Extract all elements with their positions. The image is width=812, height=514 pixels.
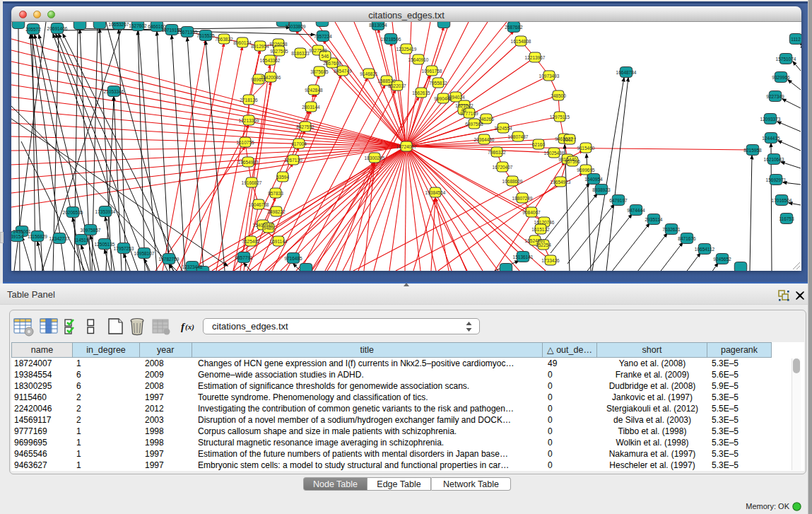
svg-text:17016504: 17016504 xyxy=(772,198,792,203)
svg-text:8427552: 8427552 xyxy=(296,124,314,129)
svg-text:7663822: 7663822 xyxy=(215,37,233,42)
svg-text:3624554: 3624554 xyxy=(494,126,512,131)
svg-text:20364436: 20364436 xyxy=(474,137,495,142)
svg-text:252254: 252254 xyxy=(536,243,551,247)
svg-text:3875685: 3875685 xyxy=(310,69,329,74)
svg-text:19166827: 19166827 xyxy=(242,180,262,185)
svg-text:10807487: 10807487 xyxy=(508,134,529,139)
svg-text:9489: 9489 xyxy=(264,226,274,230)
svg-text:2718126: 2718126 xyxy=(240,98,258,103)
svg-text:15692971: 15692971 xyxy=(766,177,787,182)
svg-text:16648784: 16648784 xyxy=(616,70,637,75)
svg-text:10958107: 10958107 xyxy=(134,251,155,256)
svg-text:7955812: 7955812 xyxy=(429,81,447,86)
svg-text:9716485: 9716485 xyxy=(284,256,302,261)
svg-text:8471676: 8471676 xyxy=(678,236,696,241)
svg-text:1610755: 1610755 xyxy=(236,140,254,145)
svg-text:9084067: 9084067 xyxy=(522,210,541,215)
svg-text:39154: 39154 xyxy=(11,234,23,239)
svg-text:16033809: 16033809 xyxy=(286,24,306,29)
svg-text:12213967: 12213967 xyxy=(525,55,546,60)
svg-text:2935114: 2935114 xyxy=(645,217,663,222)
svg-text:20691406: 20691406 xyxy=(47,26,68,31)
svg-text:748500: 748500 xyxy=(551,93,566,98)
svg-text:1112: 1112 xyxy=(791,37,801,42)
svg-text:1244415: 1244415 xyxy=(762,136,780,141)
svg-text:8912954: 8912954 xyxy=(251,44,269,49)
svg-text:19654923: 19654923 xyxy=(551,180,571,185)
svg-text:7515525: 7515525 xyxy=(196,33,215,38)
svg-text:10654112: 10654112 xyxy=(695,247,715,252)
svg-text:12505135: 12505135 xyxy=(95,242,115,247)
svg-text:746266: 746266 xyxy=(478,117,494,122)
svg-text:10653267: 10653267 xyxy=(109,22,129,27)
svg-text:19218596: 19218596 xyxy=(381,37,401,42)
svg-text:16210643: 16210643 xyxy=(764,157,784,162)
svg-text:16782759: 16782759 xyxy=(159,257,180,262)
svg-text:17353934: 17353934 xyxy=(95,209,116,214)
svg-text:12323448: 12323448 xyxy=(182,264,203,269)
svg-text:12325419: 12325419 xyxy=(396,47,417,52)
svg-text:9327508: 9327508 xyxy=(309,48,327,53)
svg-text:16120746: 16120746 xyxy=(534,220,555,225)
svg-text:19654983: 19654983 xyxy=(238,160,259,165)
svg-text:15640910: 15640910 xyxy=(408,57,429,62)
svg-text:546: 546 xyxy=(322,54,329,59)
svg-text:9245652: 9245652 xyxy=(713,257,731,262)
svg-text:6497568: 6497568 xyxy=(465,122,483,127)
svg-text:12975115: 12975115 xyxy=(550,115,570,119)
svg-text:10973493: 10973493 xyxy=(539,74,560,78)
svg-text:9327505: 9327505 xyxy=(270,49,288,54)
svg-text:17957253: 17957253 xyxy=(114,246,134,251)
svg-text:8813054: 8813054 xyxy=(369,23,387,28)
svg-text:53627: 53627 xyxy=(563,137,576,142)
svg-text:20206535: 20206535 xyxy=(63,210,83,215)
svg-text:8226058: 8226058 xyxy=(269,42,288,47)
svg-text:12213369: 12213369 xyxy=(239,118,259,123)
svg-text:18724007: 18724007 xyxy=(396,144,417,149)
svg-text:8938923: 8938923 xyxy=(592,187,611,192)
svg-text:16046738: 16046738 xyxy=(249,202,269,207)
svg-text:18807249: 18807249 xyxy=(512,196,533,201)
svg-text:15136141: 15136141 xyxy=(513,255,534,259)
svg-text:1615132: 1615132 xyxy=(531,227,550,232)
svg-text:205572: 205572 xyxy=(25,27,41,32)
svg-text:9115460: 9115460 xyxy=(577,146,595,151)
svg-text:53594: 53594 xyxy=(276,175,289,180)
svg-text:857833: 857833 xyxy=(268,191,283,196)
svg-text:16154808: 16154808 xyxy=(511,39,531,44)
svg-text:1691144: 1691144 xyxy=(270,239,288,244)
svg-text:9699695: 9699695 xyxy=(577,168,595,173)
svg-text:30975857: 30975857 xyxy=(81,228,101,233)
svg-text:9794024: 9794024 xyxy=(447,95,465,100)
svg-text:9777169: 9777169 xyxy=(460,111,478,116)
svg-text:10025438: 10025438 xyxy=(544,151,565,156)
svg-text:417004: 417004 xyxy=(291,141,307,146)
svg-text:114519: 114519 xyxy=(73,238,89,243)
svg-text:18300295: 18300295 xyxy=(365,156,385,160)
svg-text:2867608: 2867608 xyxy=(323,61,341,66)
svg-text:8454749: 8454749 xyxy=(334,69,352,74)
svg-text:62160: 62160 xyxy=(532,142,545,147)
svg-text:1562615: 1562615 xyxy=(412,90,430,95)
svg-text:116753: 116753 xyxy=(779,216,794,221)
svg-text:8960124: 8960124 xyxy=(233,40,252,45)
svg-text:9242848: 9242848 xyxy=(305,88,323,93)
svg-text:3267130: 3267130 xyxy=(284,158,302,163)
svg-text:11156829: 11156829 xyxy=(28,234,47,239)
svg-text:15751074: 15751074 xyxy=(776,57,796,62)
svg-text:2803144: 2803144 xyxy=(302,105,320,110)
svg-text:21053346: 21053346 xyxy=(104,89,124,94)
svg-text:7625402: 7625402 xyxy=(242,239,260,244)
svg-text:9857791: 9857791 xyxy=(235,255,253,260)
svg-text:12342737: 12342737 xyxy=(49,236,70,241)
svg-text:7632621: 7632621 xyxy=(662,227,681,232)
svg-text:10961758: 10961758 xyxy=(422,69,442,74)
svg-text:3498222: 3498222 xyxy=(267,209,286,214)
svg-text:7357224: 7357224 xyxy=(314,34,332,39)
svg-text:9146821: 9146821 xyxy=(360,71,378,76)
svg-text:1640954: 1640954 xyxy=(584,177,603,182)
svg-text:(x): (x) xyxy=(185,322,194,332)
svg-text:1527602: 1527602 xyxy=(129,23,147,28)
svg-text:957596: 957596 xyxy=(565,159,580,164)
